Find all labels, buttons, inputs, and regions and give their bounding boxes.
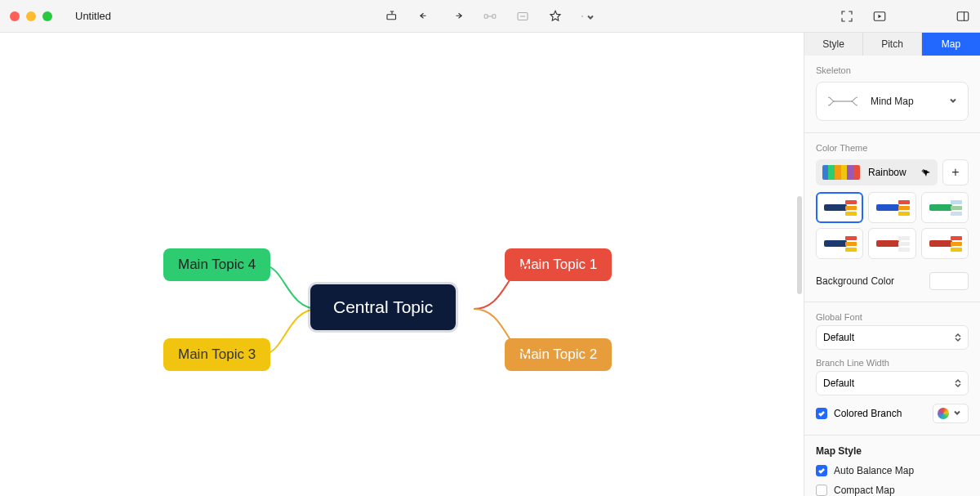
- colored-branch-label: Colored Branch: [834, 408, 902, 419]
- branch-line-width-label: Branch Line Width: [816, 358, 969, 368]
- expand-icon[interactable]: [840, 9, 854, 24]
- color-theme-option-3[interactable]: [921, 192, 969, 223]
- window-controls: [10, 11, 52, 21]
- relationship-icon[interactable]: [483, 9, 497, 24]
- document-title: Untitled: [75, 10, 111, 22]
- background-color-swatch[interactable]: [929, 272, 969, 290]
- panel-tabs: Style Pitch Map: [804, 33, 980, 56]
- color-theme-option-6[interactable]: [921, 228, 969, 259]
- toolbar: Untitled: [0, 0, 980, 33]
- colored-branch-checkbox[interactable]: [816, 408, 827, 419]
- presentation-icon[interactable]: [872, 9, 887, 24]
- chevron-down-icon: [948, 96, 960, 107]
- branch-line-width-value: Default: [823, 378, 955, 389]
- tab-style[interactable]: Style: [804, 33, 863, 56]
- main-topic-2-node[interactable]: Main Topic 2: [505, 338, 612, 371]
- auto-balance-label: Auto Balance Map: [834, 465, 914, 476]
- compact-map-label: Compact Map: [834, 485, 895, 496]
- global-font-select[interactable]: Default: [816, 325, 969, 350]
- color-theme-option-2[interactable]: [868, 192, 915, 223]
- color-theme-dropdown[interactable]: Rainbow: [816, 159, 938, 185]
- close-window[interactable]: [10, 11, 20, 21]
- skeleton-selector[interactable]: Mind Map: [816, 82, 969, 121]
- branch-line-width-select[interactable]: Default: [816, 371, 969, 395]
- tab-map[interactable]: Map: [922, 33, 980, 56]
- main-topic-4-node[interactable]: Main Topic 4: [163, 248, 270, 281]
- main-topic-3-node[interactable]: Main Topic 3: [163, 338, 270, 371]
- colored-branch-color-picker[interactable]: [933, 404, 969, 423]
- auto-balance-row[interactable]: Auto Balance Map: [816, 465, 969, 476]
- skeleton-label: Skeleton: [816, 65, 969, 75]
- color-theme-value: Rainbow: [868, 167, 920, 178]
- chevron-down-icon: [586, 11, 595, 22]
- central-topic-node[interactable]: Central Topic: [310, 284, 456, 330]
- global-font-label: Global Font: [816, 312, 969, 322]
- maximize-window[interactable]: [42, 11, 52, 21]
- svg-rect-2: [492, 14, 496, 18]
- map-style-heading: Map Style: [816, 445, 969, 457]
- skeleton-thumb-icon: [825, 91, 861, 112]
- tab-pitch[interactable]: Pitch: [863, 33, 922, 56]
- background-color-label: Background Color: [816, 275, 894, 287]
- color-theme-option-5[interactable]: [868, 228, 915, 259]
- toggle-panel-icon[interactable]: [956, 9, 970, 24]
- minimize-window[interactable]: [26, 11, 36, 21]
- svg-rect-0: [387, 14, 396, 19]
- redo-icon[interactable]: [450, 9, 465, 24]
- toolbar-right: [840, 9, 970, 24]
- canvas[interactable]: Central Topic Main Topic 4 Main Topic 3 …: [0, 33, 804, 496]
- toolbar-center: [385, 9, 595, 24]
- auto-balance-checkbox[interactable]: [816, 465, 827, 476]
- undo-icon[interactable]: [417, 9, 432, 24]
- main-topic-1-node[interactable]: Main Topic 1: [505, 248, 612, 281]
- add-button[interactable]: [581, 9, 595, 24]
- star-icon[interactable]: [548, 9, 563, 24]
- global-font-value: Default: [823, 332, 955, 343]
- color-theme-option-1[interactable]: [816, 192, 863, 223]
- rainbow-swatch-icon: [822, 165, 860, 180]
- stepper-icon: [955, 378, 961, 388]
- boundary-icon[interactable]: [515, 9, 530, 24]
- compact-map-checkbox[interactable]: [816, 485, 827, 496]
- add-color-theme-button[interactable]: +: [942, 159, 969, 185]
- color-wheel-icon: [938, 408, 949, 419]
- add-topic-icon[interactable]: [385, 9, 399, 24]
- side-panel: Style Pitch Map Skeleton Mind Map Color …: [804, 33, 980, 496]
- chevron-down-icon: [920, 167, 931, 178]
- canvas-scrollbar[interactable]: [797, 196, 802, 294]
- svg-rect-1: [484, 14, 488, 18]
- color-theme-grid: [816, 192, 969, 259]
- color-theme-option-4[interactable]: [816, 228, 863, 259]
- chevron-down-icon: [952, 408, 964, 419]
- color-theme-label: Color Theme: [816, 143, 969, 153]
- svg-rect-6: [957, 11, 969, 20]
- stepper-icon: [955, 333, 961, 342]
- compact-map-row[interactable]: Compact Map: [816, 485, 969, 496]
- skeleton-value: Mind Map: [871, 96, 948, 107]
